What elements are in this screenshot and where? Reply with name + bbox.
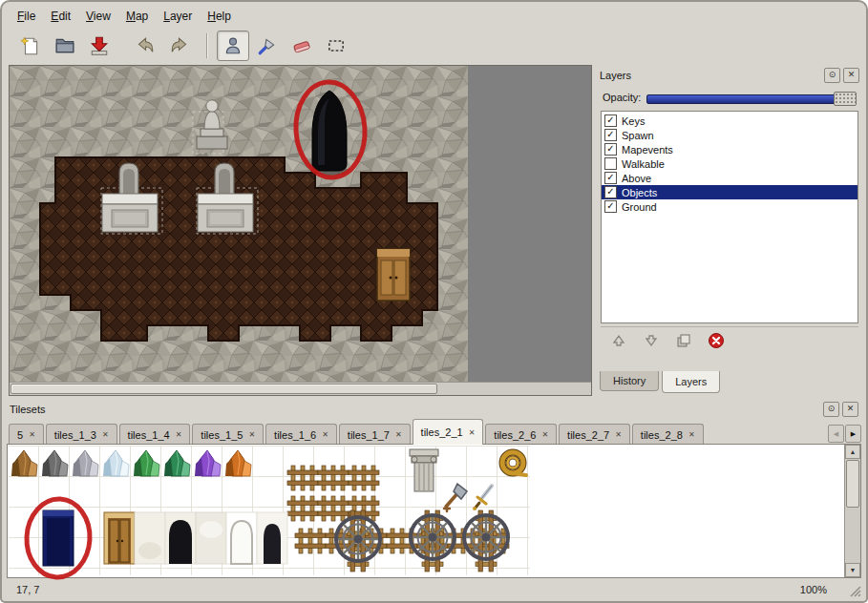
tileset-vertical-scrollbar[interactable]: ▲ ▼	[844, 445, 860, 577]
close-panel-icon[interactable]: ✕	[842, 402, 858, 417]
layer-row-above[interactable]: Above	[602, 171, 857, 185]
close-tab-icon[interactable]: ✕	[29, 430, 35, 439]
eraser-tool-button[interactable]	[286, 31, 318, 61]
layer-visibility-checkbox[interactable]	[604, 143, 617, 156]
tab-layers[interactable]: Layers	[662, 371, 720, 393]
menu-edit[interactable]: Edit	[43, 6, 78, 27]
close-tab-icon[interactable]: ✕	[248, 430, 255, 439]
tileset-tab[interactable]: tiles_1_4 ✕	[119, 424, 191, 445]
statusbar: 17, 7 100%	[5, 580, 863, 599]
new-file-button[interactable]	[14, 31, 47, 61]
fill-tool-button[interactable]	[251, 31, 284, 61]
arrow-up-icon	[610, 332, 627, 349]
raise-layer-button[interactable]	[608, 330, 629, 351]
map-editor-window: File Edit View Map Layer Help	[0, 0, 868, 603]
menu-map[interactable]: Map	[118, 6, 156, 27]
menu-layer[interactable]: Layer	[156, 6, 200, 27]
close-tab-icon[interactable]: ✕	[176, 430, 182, 439]
map-viewport[interactable]	[9, 65, 592, 396]
tile-dark-archway[interactable]	[165, 512, 196, 564]
layer-visibility-checkbox[interactable]	[604, 200, 617, 213]
tile-pale-stone[interactable]	[196, 512, 226, 564]
tile-pale-stone[interactable]	[135, 512, 165, 564]
tilesets-panel: Tilesets ⊙ ✕ 5 ✕ tiles_1_3 ✕ tiles_1_4 ✕…	[5, 401, 863, 586]
layer-row-keys[interactable]: Keys	[602, 114, 857, 128]
tileset-tab[interactable]: tiles_2_8 ✕	[632, 424, 704, 445]
layer-visibility-checkbox[interactable]	[604, 157, 617, 170]
tile-dark-archway-narrow[interactable]	[257, 512, 287, 564]
close-tab-icon[interactable]: ✕	[322, 430, 328, 439]
opacity-slider[interactable]	[646, 91, 857, 105]
resize-grip[interactable]	[850, 586, 861, 597]
tileset-tab[interactable]: tiles_2_1 ✕	[413, 419, 484, 445]
tileset-tab-label: tiles_2_8	[641, 429, 683, 441]
open-map-button[interactable]	[49, 31, 81, 61]
close-tab-icon[interactable]: ✕	[102, 430, 109, 439]
tileset-tab[interactable]: 5 ✕	[9, 424, 44, 445]
duplicate-layer-button[interactable]	[673, 330, 694, 351]
tile-door-blue[interactable]	[43, 510, 74, 566]
layer-row-walkable[interactable]: Walkable	[602, 156, 857, 171]
layers-panel: Layers ⊙ ✕ Opacity: Keys Spawn Mapevents	[595, 65, 864, 396]
map-horizontal-scrollbar[interactable]	[10, 382, 591, 395]
rect-select-tool-button[interactable]	[320, 31, 352, 61]
redo-icon	[169, 35, 190, 56]
layer-actions	[601, 326, 858, 354]
tileset-tab[interactable]: tiles_1_6 ✕	[265, 424, 337, 445]
menu-help[interactable]: Help	[200, 6, 239, 27]
scroll-tabs-left-button[interactable]: ◀	[828, 425, 844, 443]
layer-row-objects[interactable]: Objects	[602, 185, 857, 199]
menu-file[interactable]: File	[10, 6, 43, 27]
tab-history[interactable]: History	[600, 371, 659, 391]
tileset-tab[interactable]: tiles_2_6 ✕	[485, 424, 557, 445]
layer-visibility-checkbox[interactable]	[604, 186, 617, 198]
tileset-tab[interactable]: tiles_1_3 ✕	[46, 424, 117, 445]
stamp-tool-button[interactable]	[217, 31, 249, 61]
layer-visibility-checkbox[interactable]	[604, 172, 617, 184]
menu-view[interactable]: View	[78, 6, 118, 27]
layer-row-spawn[interactable]: Spawn	[602, 128, 857, 142]
tile-white-archway[interactable]	[226, 512, 257, 564]
float-panel-icon[interactable]: ⊙	[824, 68, 840, 83]
close-tab-icon[interactable]: ✕	[688, 430, 695, 439]
tileset-content[interactable]: ▲ ▼	[7, 444, 861, 578]
layer-row-mapevents[interactable]: Mapevents	[602, 142, 857, 156]
eraser-icon	[291, 35, 312, 56]
tile-door-wood[interactable]	[104, 512, 135, 564]
scroll-down-icon[interactable]: ▼	[845, 563, 860, 577]
layer-visibility-checkbox[interactable]	[604, 114, 617, 127]
save-download-icon	[89, 35, 110, 56]
map-hscroll-thumb[interactable]	[11, 384, 437, 394]
redo-button[interactable]	[163, 31, 196, 61]
close-tab-icon[interactable]: ✕	[395, 430, 402, 439]
tileset-tab[interactable]: tiles_2_7 ✕	[559, 424, 630, 445]
close-tab-icon[interactable]: ✕	[469, 428, 476, 437]
layer-visibility-checkbox[interactable]	[604, 129, 617, 141]
tileset-tab[interactable]: tiles_1_7 ✕	[339, 424, 411, 445]
layer-name: Objects	[622, 187, 657, 198]
opacity-slider-handle[interactable]	[834, 92, 857, 106]
scroll-tabs-right-button[interactable]: ▶	[845, 425, 861, 443]
tileset-tab-label: tiles_1_5	[201, 429, 243, 441]
layer-name: Walkable	[622, 158, 665, 170]
lower-layer-button[interactable]	[641, 330, 662, 351]
scroll-up-icon[interactable]: ▲	[845, 445, 860, 459]
vscroll-thumb[interactable]	[846, 460, 859, 508]
close-tab-icon[interactable]: ✕	[541, 430, 548, 439]
close-tab-icon[interactable]: ✕	[615, 430, 622, 439]
close-panel-icon[interactable]: ✕	[843, 68, 859, 83]
layers-panel-title: Layers	[600, 70, 821, 81]
delete-layer-button[interactable]	[706, 330, 727, 351]
opacity-slider-track[interactable]	[646, 94, 857, 104]
save-map-button[interactable]	[83, 31, 116, 61]
tilesets-panel-title: Tilesets	[10, 404, 820, 415]
undo-button[interactable]	[129, 31, 161, 61]
paint-knife-icon	[257, 35, 278, 56]
layer-row-ground[interactable]: Ground	[602, 199, 857, 214]
float-panel-icon[interactable]: ⊙	[823, 402, 839, 417]
tileset-tab-label: tiles_1_6	[274, 429, 316, 441]
tileset-canvas[interactable]	[9, 446, 828, 575]
tile-pillar-capital[interactable]	[410, 449, 438, 491]
map-canvas[interactable]	[10, 66, 468, 385]
tileset-tab[interactable]: tiles_1_5 ✕	[192, 424, 264, 445]
